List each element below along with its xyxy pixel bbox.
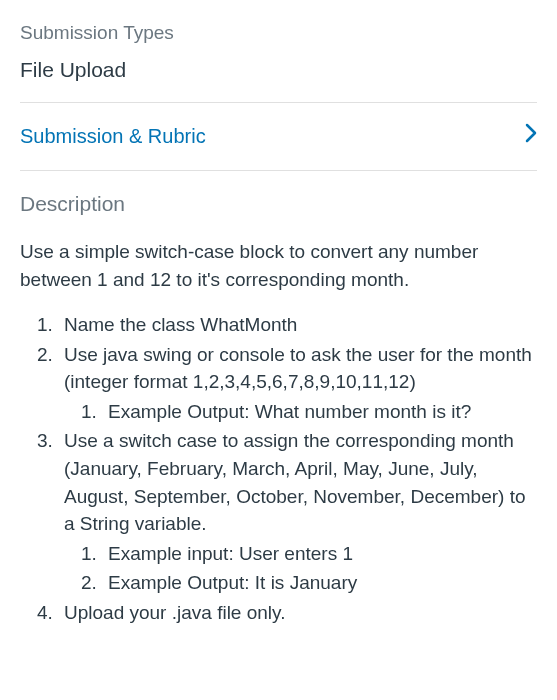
list-item-text: Use a switch case to assign the correspo…	[64, 430, 526, 534]
submission-rubric-link[interactable]: Submission & Rubric	[20, 103, 537, 170]
sub-list: Example input: User enters 1 Example Out…	[64, 540, 537, 597]
list-item: Example Output: It is January	[102, 569, 537, 597]
chevron-right-icon	[525, 121, 537, 152]
list-item-text: Example input: User enters 1	[108, 543, 353, 564]
submission-rubric-label: Submission & Rubric	[20, 122, 206, 150]
list-item-text: Use java swing or console to ask the use…	[64, 344, 532, 393]
list-item-text: Example Output: It is January	[108, 572, 357, 593]
list-item: Upload your .java file only.	[58, 599, 537, 627]
list-item: Use java swing or console to ask the use…	[58, 341, 537, 426]
list-item-text: Name the class WhatMonth	[64, 314, 297, 335]
description-intro: Use a simple switch-case block to conver…	[20, 238, 537, 293]
submission-types-value: File Upload	[20, 55, 537, 84]
list-item: Example input: User enters 1	[102, 540, 537, 568]
list-item: Example Output: What number month is it?	[102, 398, 537, 426]
list-item-text: Upload your .java file only.	[64, 602, 285, 623]
list-item: Use a switch case to assign the correspo…	[58, 427, 537, 596]
divider	[20, 170, 537, 171]
instruction-list: Name the class WhatMonth Use java swing …	[20, 311, 537, 626]
description-heading: Description	[20, 189, 537, 218]
list-item-text: Example Output: What number month is it?	[108, 401, 471, 422]
submission-types-label: Submission Types	[20, 20, 537, 47]
list-item: Name the class WhatMonth	[58, 311, 537, 339]
sub-list: Example Output: What number month is it?	[64, 398, 537, 426]
submission-types-section: Submission Types File Upload	[20, 20, 537, 84]
